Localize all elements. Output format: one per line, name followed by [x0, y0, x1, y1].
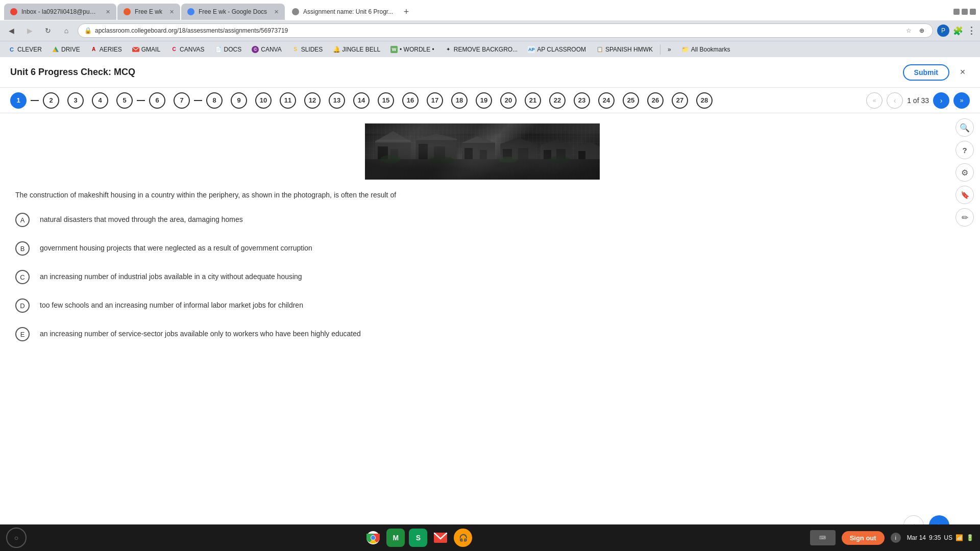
- tab-assignment[interactable]: Assignment name: Unit 6 Progr... ✕: [286, 4, 398, 20]
- extensions-icon[interactable]: ⊕: [917, 26, 926, 35]
- tab-gmail[interactable]: Inbox - la0927li0418@pusd.us ✕: [4, 4, 116, 20]
- svg-marker-22: [541, 140, 572, 159]
- bookmark-remove-bg[interactable]: ✦ REMOVE BACKGRO...: [440, 45, 522, 54]
- ap-classroom-icon: AP: [528, 46, 535, 53]
- question-nav-22[interactable]: 22: [549, 92, 566, 109]
- question-nav-14[interactable]: 14: [353, 92, 370, 109]
- audible-app-icon[interactable]: 🎧: [454, 529, 472, 547]
- bookmark-spanish-hmwk-label: SPANISH HMWK: [605, 46, 653, 53]
- question-nav-5[interactable]: 5: [116, 92, 133, 109]
- maximize-icon[interactable]: [962, 9, 968, 15]
- chrome-app-icon[interactable]: [364, 529, 382, 547]
- bookmark-ap-classroom[interactable]: AP AP CLASSROOM: [524, 45, 590, 54]
- nav-next-button[interactable]: ›: [933, 92, 949, 109]
- bookmark-drive[interactable]: DRIVE: [48, 45, 84, 54]
- url-text: apclassroom.collegeboard.org/18/assessme…: [95, 27, 904, 34]
- bookmark-docs[interactable]: 📄 DOCS: [211, 45, 246, 54]
- q-connector-5-6: [137, 100, 145, 101]
- bookmark-wordle[interactable]: W • WORDLE •: [386, 45, 438, 54]
- question-nav-13[interactable]: 13: [329, 92, 345, 109]
- tab-close-docs[interactable]: ✕: [274, 9, 279, 15]
- nav-last-button[interactable]: »: [953, 92, 970, 109]
- question-nav-7[interactable]: 7: [174, 92, 190, 109]
- answer-option-e[interactable]: E an increasing number of service-sector…: [15, 327, 949, 341]
- bookmark-jingle-bell[interactable]: 🔔 JINGLE BELL: [329, 45, 384, 54]
- tab-label-assignment: Assignment name: Unit 6 Progr...: [303, 8, 393, 15]
- question-nav-15[interactable]: 15: [378, 92, 394, 109]
- gmail-app-icon[interactable]: [431, 529, 450, 547]
- question-nav-8[interactable]: 8: [206, 92, 223, 109]
- meet-app-icon[interactable]: M: [386, 529, 405, 547]
- close-button[interactable]: ×: [955, 65, 970, 80]
- minimize-icon[interactable]: [953, 9, 960, 15]
- taskbar-circle-button[interactable]: ○: [6, 528, 27, 548]
- back-button[interactable]: ◀: [4, 23, 18, 38]
- question-nav-12[interactable]: 12: [304, 92, 321, 109]
- answer-option-d[interactable]: D too few schools and an increasing numb…: [15, 298, 949, 313]
- home-button[interactable]: ⌂: [59, 23, 74, 38]
- bookmark-slides[interactable]: S SLIDES: [288, 45, 327, 54]
- svg-rect-21: [518, 148, 528, 159]
- sign-out-button[interactable]: Sign out: [842, 531, 885, 545]
- nav-prev-button[interactable]: ‹: [887, 92, 903, 109]
- bookmark-spanish-hmwk[interactable]: 📋 SPANISH HMWK: [592, 45, 657, 54]
- nav-first-button[interactable]: «: [866, 92, 883, 109]
- more-menu-icon[interactable]: ⋮: [967, 26, 976, 35]
- forward-button[interactable]: ▶: [22, 23, 37, 38]
- bookmark-clever[interactable]: C CLEVER: [4, 45, 46, 54]
- pencil-tool-button[interactable]: ✏: [955, 208, 974, 227]
- question-nav-24[interactable]: 24: [598, 92, 615, 109]
- bookmark-canvas[interactable]: C CANVAS: [166, 45, 208, 54]
- submit-button[interactable]: Submit: [903, 64, 949, 81]
- svg-rect-18: [480, 150, 487, 159]
- answer-option-c[interactable]: C an increasing number of industrial job…: [15, 270, 949, 284]
- question-nav-16[interactable]: 16: [402, 92, 419, 109]
- address-bar[interactable]: 🔒 apclassroom.collegeboard.org/18/assess…: [78, 23, 933, 38]
- new-tab-button[interactable]: +: [399, 5, 413, 19]
- question-nav-23[interactable]: 23: [574, 92, 590, 109]
- question-nav-2[interactable]: 2: [43, 92, 59, 109]
- question-nav-10[interactable]: 10: [255, 92, 272, 109]
- question-nav-19[interactable]: 19: [476, 92, 492, 109]
- option-circle-c: C: [15, 270, 30, 284]
- question-nav-18[interactable]: 18: [451, 92, 468, 109]
- question-nav-20[interactable]: 20: [500, 92, 517, 109]
- all-bookmarks-folder[interactable]: 📁 All Bookmarks: [677, 45, 734, 54]
- question-nav-1[interactable]: 1: [10, 92, 27, 109]
- question-nav-21[interactable]: 21: [525, 92, 541, 109]
- bookmark-tool-button[interactable]: 🔖: [955, 186, 974, 204]
- question-nav-26[interactable]: 26: [647, 92, 664, 109]
- help-tool-button[interactable]: ?: [955, 141, 974, 159]
- question-nav-25[interactable]: 25: [623, 92, 639, 109]
- sheets-app-icon[interactable]: S: [409, 529, 427, 547]
- star-icon[interactable]: ☆: [904, 26, 913, 35]
- tab-google-docs[interactable]: Free E wk - Google Docs ✕: [181, 4, 285, 20]
- question-nav-17[interactable]: 17: [427, 92, 443, 109]
- bookmark-canva[interactable]: © CANVA: [248, 45, 285, 54]
- answer-option-b[interactable]: B government housing projects that were …: [15, 241, 949, 256]
- question-nav-9[interactable]: 9: [231, 92, 247, 109]
- extensions-menu-icon[interactable]: 🧩: [953, 26, 963, 35]
- tab-close-free-ew[interactable]: ✕: [169, 9, 174, 15]
- info-icon[interactable]: i: [891, 533, 901, 543]
- option-circle-b: B: [15, 241, 30, 256]
- tab-free-ew[interactable]: Free E wk ✕: [117, 4, 180, 20]
- profile-icon[interactable]: P: [937, 24, 949, 37]
- close-window-icon[interactable]: [970, 9, 976, 15]
- settings-tool-button[interactable]: ⚙: [955, 163, 974, 182]
- bookmark-aeries[interactable]: A AERIES: [86, 45, 126, 54]
- tab-close-gmail[interactable]: ✕: [106, 9, 110, 15]
- question-nav-11[interactable]: 11: [280, 92, 296, 109]
- answer-option-a[interactable]: A natural disasters that moved through t…: [15, 213, 949, 227]
- more-bookmarks-button[interactable]: »: [664, 45, 675, 54]
- question-nav-4[interactable]: 4: [92, 92, 108, 109]
- question-nav-28[interactable]: 28: [696, 92, 713, 109]
- zoom-tool-button[interactable]: 🔍: [955, 118, 974, 137]
- question-nav-6[interactable]: 6: [149, 92, 165, 109]
- jingle-bell-icon: 🔔: [333, 46, 340, 53]
- question-nav-3[interactable]: 3: [67, 92, 84, 109]
- reload-button[interactable]: ↻: [41, 23, 55, 38]
- question-nav-27[interactable]: 27: [672, 92, 688, 109]
- canva-icon: ©: [252, 46, 259, 53]
- bookmark-gmail[interactable]: GMAIL: [128, 45, 164, 54]
